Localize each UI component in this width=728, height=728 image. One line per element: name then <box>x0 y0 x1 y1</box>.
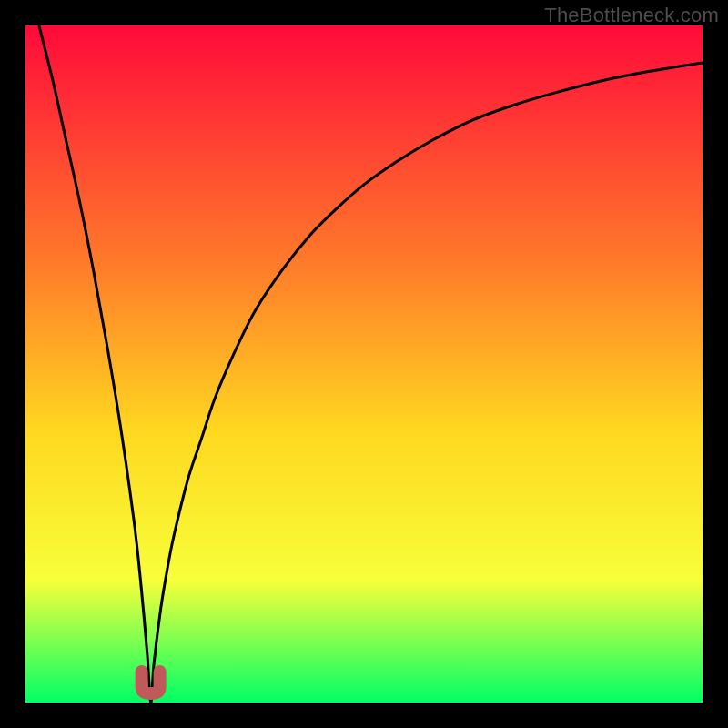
chart-svg <box>25 25 703 703</box>
watermark-text: TheBottleneck.com <box>544 4 719 27</box>
plot-area <box>25 25 703 703</box>
gradient-background <box>25 25 703 703</box>
chart-frame: TheBottleneck.com <box>0 0 728 728</box>
